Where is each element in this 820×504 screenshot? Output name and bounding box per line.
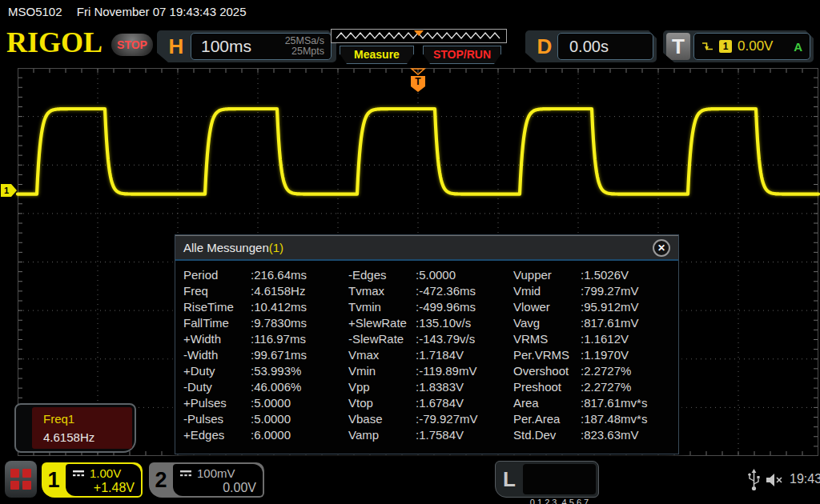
measurement-row: +SlewRate:135.10v/s <box>348 316 513 332</box>
quick-menu-button[interactable] <box>5 461 37 498</box>
measurement-value: :6.0000 <box>251 428 291 444</box>
bottombar: 1 1.00V +1.48V 2 <box>0 456 820 504</box>
oscilloscope-screen: MSO5102 Fri November 07 19:43:43 2025 RI… <box>0 0 820 504</box>
measurement-column: Period:216.64msFreq:4.6158HzRiseTime:10.… <box>183 268 348 454</box>
waveform-preview-strip[interactable] <box>331 29 507 43</box>
measurement-row: Vmax:1.7184V <box>348 348 513 364</box>
measurement-label: Preshoot <box>513 380 581 396</box>
measurement-row: Freq:4.6158Hz <box>183 284 348 300</box>
measurement-value: :1.7584V <box>416 428 464 444</box>
measurement-label: Per.VRMS <box>513 348 581 364</box>
measurement-value: :2.2727% <box>581 380 631 396</box>
logic-label: L <box>496 462 523 498</box>
measurement-row: Tvmin:-499.96ms <box>348 300 513 316</box>
measurement-value: :5.0000 <box>251 412 291 428</box>
logic-channels-badge[interactable]: L 0 1 2 3 4 5 6 7 8 9 10 11 12 13 14 15 <box>495 461 599 498</box>
channel2-badge[interactable]: 2 100mV 0.00V <box>149 462 264 498</box>
topbar: MSO5102 Fri November 07 19:43:43 2025 <box>0 0 820 24</box>
measurement-row: -SlewRate:-143.79v/s <box>348 332 513 348</box>
measurement-label: VRMS <box>513 332 581 348</box>
dc-coupling-icon <box>72 470 85 478</box>
channel2-number: 2 <box>149 462 173 498</box>
stop-run-button[interactable]: STOP/RUN <box>423 46 501 64</box>
measurement-row: Vmid:799.27mV <box>513 284 678 300</box>
measurement-row: Std.Dev:823.63mV <box>513 428 678 444</box>
measurement-label: +Duty <box>183 364 251 380</box>
freq-readout-label: Freq1 <box>43 412 132 426</box>
channel1-ground-marker[interactable]: 1 <box>1 184 17 197</box>
measurement-row: Vavg:817.61mV <box>513 316 678 332</box>
measurement-row: +Width:116.97ms <box>183 332 348 348</box>
measurement-label: Vmin <box>348 364 416 380</box>
horizontal-label: H <box>165 34 187 59</box>
measurement-row: +Pulses:5.0000 <box>183 396 348 412</box>
measurement-row: -Pulses:5.0000 <box>183 412 348 428</box>
trigger-box[interactable]: T 1 0.00V A <box>663 30 814 62</box>
measure-button[interactable]: Measure <box>340 46 414 64</box>
close-button[interactable]: ✕ <box>653 239 670 257</box>
measurement-value: :216.64ms <box>251 268 307 284</box>
measurement-row: Vmin:-119.89mV <box>348 364 513 380</box>
measurement-label: Tvmax <box>348 284 416 300</box>
trigger-sweep-mode: A <box>794 40 802 54</box>
all-measurements-panel: Alle Messungen (1) ✕ Period:216.64msFreq… <box>175 234 679 454</box>
measurement-value: :823.63mV <box>581 428 639 444</box>
measurement-row: -Edges:5.0000 <box>348 268 513 284</box>
freq-readout-value: 4.6158Hz <box>43 430 132 444</box>
measurement-label: Area <box>513 396 581 412</box>
measurement-value: :95.912mV <box>581 300 639 316</box>
channel1-badge[interactable]: 1 1.00V +1.48V <box>42 462 143 498</box>
measurement-label: Vlower <box>513 300 581 316</box>
measurement-label: Period <box>183 268 251 284</box>
measurement-value: :2.2727% <box>581 364 631 380</box>
measurement-label: -Width <box>183 348 251 364</box>
measurement-row: Vtop:1.6784V <box>348 396 513 412</box>
measurement-row: +Edges:6.0000 <box>183 428 348 444</box>
speaker-muted-icon <box>766 473 784 487</box>
measurement-value: :46.006% <box>251 380 301 396</box>
trigger-value-box: 1 0.00V A <box>693 33 810 60</box>
channel2-offset: 0.00V <box>179 481 256 495</box>
measurement-row: Per.VRMS:1.1970V <box>513 348 678 364</box>
measurement-value: :1.1612V <box>581 332 629 348</box>
measurement-row: Vamp:1.7584V <box>348 428 513 444</box>
delay-box[interactable]: D 0.00s <box>525 30 657 62</box>
measurement-value: :1.8383V <box>416 380 464 396</box>
waveform-display: T 1 Freq1 4.6158Hz Alle Messungen (1) ✕ … <box>0 68 820 456</box>
delay-value: 0.00s <box>569 38 609 56</box>
measurement-label: -Duty <box>183 380 251 396</box>
measurement-label: Vpp <box>348 380 416 396</box>
svg-text:T: T <box>415 76 421 87</box>
freq-measurement-readout: Freq1 4.6158Hz <box>14 403 136 453</box>
measurement-row: RiseTime:10.412ms <box>183 300 348 316</box>
measurement-row: Area:817.61mv*s <box>513 396 678 412</box>
measurement-label: Vavg <box>513 316 581 332</box>
measurement-label: +Edges <box>183 428 251 444</box>
delay-label: D <box>533 34 556 59</box>
measurement-value: :99.671ms <box>251 348 307 364</box>
measurement-columns: Period:216.64msFreq:4.6158HzRiseTime:10.… <box>175 262 678 454</box>
timebase-box: 100ms 25MSa/s 25Mpts <box>191 33 332 60</box>
clock: 19:43 <box>790 472 820 486</box>
measurement-label: -Pulses <box>183 412 251 428</box>
measurement-value: :10.412ms <box>251 300 307 316</box>
measurement-row: VRMS:1.1612V <box>513 332 678 348</box>
measurement-label: RiseTime <box>183 300 251 316</box>
logic-row-1: 0 1 2 3 4 5 6 7 <box>523 495 596 504</box>
measurement-row: Vlower:95.912mV <box>513 300 678 316</box>
measurement-value: :-79.927mV <box>416 412 478 428</box>
measurement-value: :9.7830ms <box>251 316 307 332</box>
trigger-level-value: 0.00V <box>738 38 773 54</box>
trigger-falling-edge-icon <box>701 40 713 53</box>
measurement-label: Vupper <box>513 268 581 284</box>
measurement-value: :187.48mv*s <box>581 412 647 428</box>
measurement-value: :116.97ms <box>251 332 306 348</box>
measurement-row: FallTime:9.7830ms <box>183 316 348 332</box>
measurement-value: :5.0000 <box>251 396 291 412</box>
panel-title: Alle Messungen <box>183 241 269 254</box>
measurement-label: FallTime <box>183 316 251 332</box>
horizontal-settings-box[interactable]: H 100ms 25MSa/s 25Mpts <box>157 30 336 62</box>
measurement-label: Vamp <box>348 428 416 444</box>
model-name: MSO5102 <box>8 5 62 18</box>
measurement-row: Vpp:1.8383V <box>348 380 513 396</box>
